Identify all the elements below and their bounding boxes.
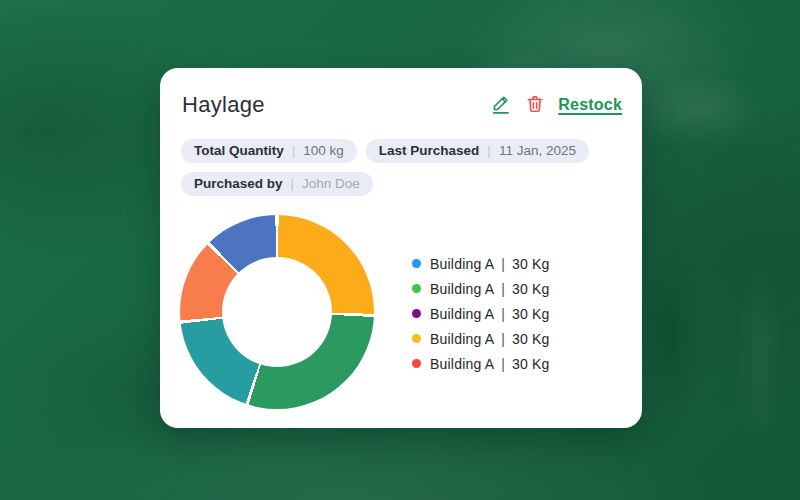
badge-value: 11 Jan, 2025	[499, 143, 576, 158]
badge-value: John Doe	[302, 176, 360, 191]
legend-separator: |	[501, 256, 505, 272]
trash-icon	[525, 94, 545, 117]
badge-label: Total Quantity	[194, 143, 284, 158]
legend-label: Building A	[430, 306, 494, 322]
edit-button[interactable]	[490, 93, 512, 118]
legend-label: Building A	[430, 356, 494, 372]
info-badge: Last Purchased | 11 Jan, 2025	[366, 139, 589, 163]
badge-value: 100 kg	[303, 143, 344, 158]
legend-dot-icon	[412, 259, 421, 268]
page-title: Haylage	[182, 92, 265, 118]
badge-separator: |	[292, 143, 296, 158]
legend-value: 30 Kg	[512, 281, 550, 297]
legend-label: Building A	[430, 256, 494, 272]
info-badge: Total Quantity | 100 kg	[181, 139, 357, 163]
legend-item: Building A | 30 Kg	[412, 351, 550, 376]
badge-row: Purchased by | John Doe	[181, 172, 589, 196]
legend-value: 30 Kg	[512, 256, 550, 272]
legend-dot-icon	[412, 334, 421, 343]
chart-legend: Building A | 30 Kg Building A | 30 Kg Bu…	[412, 251, 550, 376]
badge-row: Total Quantity | 100 kg Last Purchased |…	[181, 139, 589, 163]
legend-label: Building A	[430, 281, 494, 297]
legend-item: Building A | 30 Kg	[412, 326, 550, 351]
legend-item: Building A | 30 Kg	[412, 301, 550, 326]
legend-value: 30 Kg	[512, 306, 550, 322]
legend-dot-icon	[412, 309, 421, 318]
delete-button[interactable]	[525, 94, 545, 117]
legend-separator: |	[501, 306, 505, 322]
badge-label: Purchased by	[194, 176, 283, 191]
inventory-card: Haylage	[160, 68, 642, 428]
legend-value: 30 Kg	[512, 331, 550, 347]
legend-dot-icon	[412, 284, 421, 293]
info-badge: Purchased by | John Doe	[181, 172, 373, 196]
legend-label: Building A	[430, 331, 494, 347]
badge-label: Last Purchased	[379, 143, 480, 158]
legend-item: Building A | 30 Kg	[412, 251, 550, 276]
donut-chart	[180, 215, 374, 409]
card-actions: Restock	[490, 93, 622, 118]
badge-separator: |	[291, 176, 295, 191]
legend-dot-icon	[412, 359, 421, 368]
legend-item: Building A | 30 Kg	[412, 276, 550, 301]
pencil-underline-icon	[490, 93, 512, 118]
badge-group: Total Quantity | 100 kg Last Purchased |…	[181, 139, 589, 196]
donut-hole	[222, 257, 332, 367]
restock-link[interactable]: Restock	[558, 96, 622, 114]
legend-separator: |	[501, 356, 505, 372]
legend-value: 30 Kg	[512, 356, 550, 372]
card-header: Haylage	[182, 92, 622, 118]
badge-separator: |	[487, 143, 491, 158]
legend-separator: |	[501, 281, 505, 297]
legend-separator: |	[501, 331, 505, 347]
